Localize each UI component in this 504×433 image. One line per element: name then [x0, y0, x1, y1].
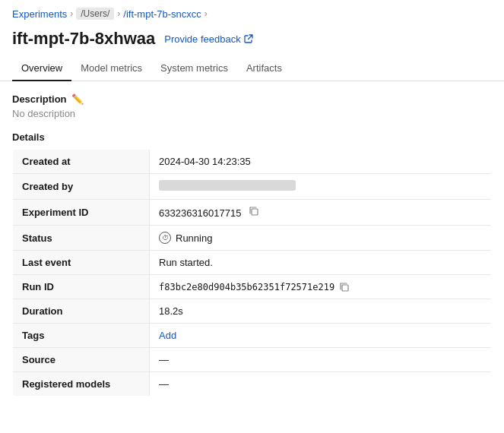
table-row: Source —	[13, 348, 492, 372]
add-tags-link[interactable]: Add	[159, 330, 176, 341]
details-table: Created at 2024-04-30 14:23:35 Created b…	[12, 149, 492, 397]
feedback-label: Provide feedback	[164, 33, 240, 45]
external-link-icon	[244, 34, 253, 43]
breadcrumb-experiments[interactable]: Experiments	[12, 8, 67, 20]
details-section-header: Details	[12, 131, 492, 143]
svg-rect-1	[342, 285, 348, 291]
table-row: Last event Run started.	[13, 251, 492, 275]
row-value-duration: 18.2s	[150, 299, 492, 324]
breadcrumb-users: /Users/	[76, 8, 114, 20]
tab-system-metrics[interactable]: System metrics	[151, 56, 237, 81]
tab-model-metrics[interactable]: Model metrics	[71, 56, 151, 81]
breadcrumb-run[interactable]: /ift-mpt-7b-sncxcc	[123, 8, 201, 20]
row-key-last-event: Last event	[13, 251, 150, 275]
breadcrumb-sep-3: ›	[204, 8, 208, 19]
row-value-created-at: 2024-04-30 14:23:35	[150, 150, 492, 174]
status-running: ⏱ Running	[159, 232, 482, 244]
copy-icon	[249, 206, 259, 216]
breadcrumb-sep-1: ›	[70, 8, 73, 19]
row-key-status: Status	[13, 226, 150, 251]
row-value-status: ⏱ Running	[150, 226, 492, 251]
row-value-tags: Add	[150, 324, 492, 348]
row-key-source: Source	[13, 348, 150, 372]
table-row: Tags Add	[13, 324, 492, 348]
edit-description-icon[interactable]: ✏️	[71, 93, 84, 105]
table-row: Created at 2024-04-30 14:23:35	[13, 150, 492, 174]
row-key-tags: Tags	[13, 324, 150, 348]
description-label: Description	[12, 93, 67, 105]
blurred-user	[159, 180, 296, 191]
row-value-experiment-id: 633236316017715	[150, 200, 492, 226]
row-key-created-at: Created at	[13, 150, 150, 174]
clock-icon: ⏱	[159, 232, 171, 244]
page-title: ift-mpt-7b-8xhwaa	[12, 29, 155, 49]
table-row: Registered models —	[13, 372, 492, 397]
run-id-container: f83bc2e80d904b35b62351f72571e219	[159, 282, 482, 292]
tab-artifacts[interactable]: Artifacts	[237, 56, 291, 81]
row-value-created-by	[150, 174, 492, 200]
tab-overview[interactable]: Overview	[12, 56, 71, 81]
experiment-id-value: 633236316017715	[159, 207, 241, 219]
copy-icon	[339, 282, 350, 292]
table-row: Run ID f83bc2e80d904b35b62351f72571e219	[13, 275, 492, 299]
copy-run-id-button[interactable]	[339, 282, 350, 292]
table-row: Status ⏱ Running	[13, 226, 492, 251]
description-section-header: Description ✏️	[12, 93, 492, 105]
row-value-source: —	[150, 348, 492, 372]
copy-experiment-id-button[interactable]	[249, 206, 259, 216]
row-value-run-id: f83bc2e80d904b35b62351f72571e219	[150, 275, 492, 299]
table-row: Created by	[13, 174, 492, 200]
row-key-duration: Duration	[13, 299, 150, 324]
content-area: Description ✏️ No description Details Cr…	[0, 81, 504, 409]
table-row: Experiment ID 633236316017715	[13, 200, 492, 226]
feedback-link[interactable]: Provide feedback	[164, 33, 252, 45]
page-header: ift-mpt-7b-8xhwaa Provide feedback	[0, 24, 504, 56]
run-id-value: f83bc2e80d904b35b62351f72571e219	[159, 282, 334, 292]
breadcrumb: Experiments › /Users/ › /ift-mpt-7b-sncx…	[0, 0, 504, 24]
row-key-run-id: Run ID	[13, 275, 150, 299]
row-key-created-by: Created by	[13, 174, 150, 200]
svg-rect-0	[252, 209, 258, 215]
status-label: Running	[176, 232, 212, 244]
table-row: Duration 18.2s	[13, 299, 492, 324]
description-text: No description	[12, 108, 492, 119]
row-key-registered-models: Registered models	[13, 372, 150, 397]
breadcrumb-sep-2: ›	[117, 8, 120, 19]
tabs-container: Overview Model metrics System metrics Ar…	[0, 56, 504, 81]
row-value-last-event: Run started.	[150, 251, 492, 275]
row-value-registered-models: —	[150, 372, 492, 397]
row-key-experiment-id: Experiment ID	[13, 200, 150, 226]
